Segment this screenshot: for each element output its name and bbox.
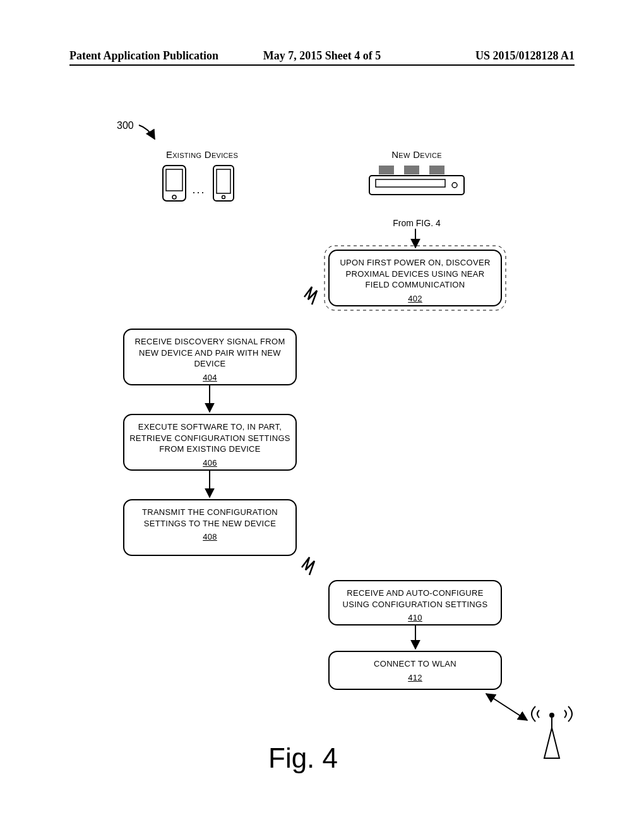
svg-rect-9 [404,166,419,174]
page-header: Patent Application Publication May 7, 20… [69,49,575,63]
antenna-icon [532,706,572,758]
header-center: May 7, 2015 Sheet 4 of 5 [69,49,575,63]
settop-icon [369,166,464,195]
box-404: Receive discovery signal from new device… [123,329,297,385]
figure-caption: Fig. 4 [268,742,338,774]
svg-point-5 [222,196,225,199]
box-412-text: Connect to WLAN [374,659,456,668]
box-410-text: Receive and Auto-configure using configu… [343,588,488,609]
box-406-text: Execute software to, in part, retrieve c… [129,422,290,454]
svg-line-14 [297,291,328,322]
box-408-text: Transmit the configuration settings to t… [142,507,278,528]
svg-point-20 [550,713,554,717]
phone-icon-1 [163,166,186,201]
page: Patent Application Publication May 7, 20… [0,0,644,834]
box-402: Upon first power on, discover proximal d… [328,250,502,306]
existing-devices-label: Existing Devices [148,149,256,160]
box-410: Receive and Auto-configure using configu… [328,580,502,626]
spark-icon-1 [304,287,317,305]
box-408: Transmit the configuration settings to t… [123,499,297,556]
svg-point-11 [452,183,457,188]
svg-point-2 [172,195,176,199]
box-406-ref: 406 [129,457,290,469]
box-412-ref: 412 [335,672,496,684]
box-408-ref: 408 [129,531,290,543]
box-404-ref: 404 [129,372,290,384]
header-rule [69,64,575,66]
ellipsis: ... [189,183,208,196]
svg-line-18 [486,694,527,720]
svg-rect-8 [379,166,394,174]
new-device-label: New Device [373,149,461,160]
diagram-overlay [0,0,644,834]
svg-rect-7 [376,179,445,187]
spark-icon-2 [302,557,314,575]
box-402-text: Upon first power on, discover proximal d… [340,258,490,289]
from-fig-label: From FIG. 4 [382,218,451,228]
ref-300: 300 [117,120,134,131]
svg-rect-6 [369,176,464,195]
box-404-text: Receive discovery signal from new device… [134,337,285,368]
svg-rect-3 [213,166,234,201]
svg-rect-4 [217,169,230,193]
box-402-ref: 402 [335,293,496,305]
svg-rect-0 [163,166,186,201]
svg-rect-10 [429,166,444,174]
svg-rect-1 [166,169,182,191]
box-412: Connect to WLAN 412 [328,651,502,690]
phone-icon-2 [213,166,234,201]
box-406: Execute software to, in part, retrieve c… [123,414,297,471]
box-410-ref: 410 [335,612,496,624]
